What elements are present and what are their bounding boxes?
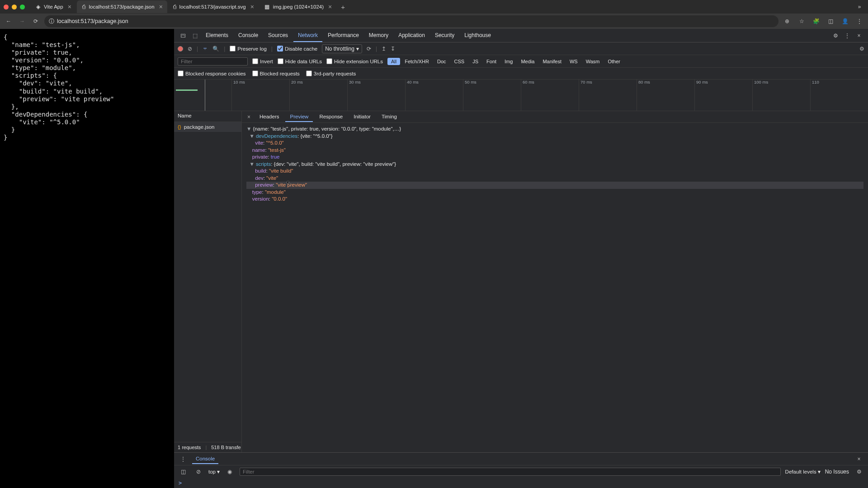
pill-doc[interactable]: Doc [434, 58, 450, 65]
close-icon[interactable]: × [328, 3, 332, 10]
tab-headers[interactable]: Headers [255, 112, 283, 122]
tab-network[interactable]: Network [293, 29, 322, 42]
live-expression-icon[interactable]: ◉ [224, 466, 235, 477]
extensions-icon[interactable]: 🧩 [811, 16, 821, 26]
blocked-requests-checkbox[interactable]: Blocked requests [252, 70, 300, 76]
tab-vite-app[interactable]: ◈ Vite App × [30, 0, 76, 13]
address-bar[interactable]: ⓘ [44, 15, 778, 27]
tab-javascript-svg[interactable]: ⎙ localhost:5173/javascript.svg × [168, 0, 259, 13]
pill-ws[interactable]: WS [566, 58, 581, 65]
pill-js[interactable]: JS [469, 58, 482, 65]
tab-img-jpeg[interactable]: ▦ img.jpeg (1024×1024) × [259, 0, 336, 13]
upload-icon[interactable]: ↥ [382, 46, 386, 52]
filter-icon[interactable]: ⫧ [203, 46, 208, 52]
site-info-icon[interactable]: ⓘ [49, 18, 54, 25]
timeline-overview[interactable]: 10 ms 20 ms 30 ms 40 ms 50 ms 60 ms 70 m… [174, 80, 868, 111]
invert-checkbox[interactable]: Invert [252, 58, 273, 64]
expand-icon[interactable]: » [854, 2, 864, 12]
zoom-icon[interactable]: ⊕ [782, 16, 792, 26]
context-select[interactable]: top ▾ [208, 469, 220, 475]
issues-label[interactable]: No Issues [825, 469, 849, 475]
tab-initiator[interactable]: Initiator [349, 112, 375, 122]
disable-cache-checkbox[interactable]: Disable cache [277, 46, 317, 52]
record-button[interactable] [178, 46, 183, 52]
new-tab-button[interactable]: + [337, 1, 349, 13]
tab-application[interactable]: Application [394, 29, 429, 42]
pill-font[interactable]: Font [483, 58, 500, 65]
clear-console-icon[interactable]: ⊘ [193, 466, 204, 477]
tab-elements[interactable]: Elements [201, 29, 233, 42]
pill-css[interactable]: CSS [451, 58, 468, 65]
file-icon: ⎙ [173, 4, 177, 10]
more-icon[interactable]: ⋮ [842, 30, 853, 41]
menu-icon[interactable]: ⋮ [854, 16, 864, 26]
pill-manifest[interactable]: Manifest [539, 58, 565, 65]
image-icon: ▦ [264, 4, 270, 10]
minimize-window[interactable] [12, 5, 17, 9]
network-conditions-icon[interactable]: ⟳ [367, 46, 371, 52]
inspect-icon[interactable]: ⮹ [178, 30, 189, 41]
name-column-header[interactable]: Name [174, 111, 241, 122]
bookmark-icon[interactable]: ☆ [797, 16, 807, 26]
close-detail-icon[interactable]: × [245, 113, 253, 121]
blocked-cookies-checkbox[interactable]: Blocked response cookies [178, 70, 246, 76]
close-window[interactable] [4, 5, 9, 9]
pill-fetch[interactable]: Fetch/XHR [401, 58, 433, 65]
console-filter-input[interactable] [240, 468, 781, 476]
pill-wasm[interactable]: Wasm [582, 58, 604, 65]
device-icon[interactable]: ⬚ [189, 30, 200, 41]
close-icon[interactable]: × [250, 3, 254, 10]
pill-other[interactable]: Other [604, 58, 624, 65]
tab-lighthouse[interactable]: Lighthouse [460, 29, 495, 42]
hide-data-urls-checkbox[interactable]: Hide data URLs [278, 58, 322, 64]
search-icon[interactable]: 🔍 [212, 46, 219, 52]
file-icon: ⎙ [81, 4, 86, 10]
console-settings-icon[interactable]: ⚙ [854, 466, 864, 477]
tab-package-json[interactable]: ⎙ localhost:5173/package.json × [77, 0, 167, 13]
tab-performance[interactable]: Performance [323, 29, 363, 42]
clear-icon[interactable]: ⊘ [188, 46, 192, 52]
request-row[interactable]: {} package.json [174, 122, 241, 132]
console-prompt[interactable]: > [174, 478, 868, 488]
window-controls [4, 5, 25, 9]
reload-button[interactable]: ⟳ [31, 16, 41, 26]
log-levels-select[interactable]: Default levels ▾ [785, 469, 821, 475]
tab-preview[interactable]: Preview [285, 112, 313, 122]
forward-button[interactable]: → [17, 16, 27, 26]
preview-pane[interactable]: ▼ {name: "test-js", private: true, versi… [242, 123, 868, 452]
settings-icon[interactable]: ⚙ [830, 30, 841, 41]
pill-all[interactable]: All [387, 58, 400, 65]
sidebar-toggle-icon[interactable]: ◫ [178, 466, 189, 477]
network-settings-icon[interactable]: ⚙ [859, 46, 864, 52]
tab-label: img.jpeg (1024×1024) [273, 4, 324, 9]
console-tab[interactable]: Console [192, 454, 218, 464]
tab-timing[interactable]: Timing [377, 112, 401, 122]
tab-response[interactable]: Response [315, 112, 347, 122]
network-toolbar: ⊘ | ⫧ 🔍 | Preserve log | Disable cache N… [174, 42, 868, 55]
tab-memory[interactable]: Memory [364, 29, 393, 42]
close-drawer-icon[interactable]: × [854, 454, 864, 465]
preserve-log-checkbox[interactable]: Preserve log [230, 46, 267, 52]
timeline-marker [205, 80, 205, 111]
drawer-menu-icon[interactable]: ⋮ [178, 454, 189, 465]
sidepanel-icon[interactable]: ◫ [826, 16, 835, 26]
tab-sources[interactable]: Sources [264, 29, 292, 42]
tab-console[interactable]: Console [234, 29, 263, 42]
profile-icon[interactable]: 👤 [840, 16, 850, 26]
back-button[interactable]: ← [4, 16, 14, 26]
close-icon[interactable]: × [159, 3, 163, 10]
url-input[interactable] [57, 18, 774, 24]
close-icon[interactable]: × [68, 3, 71, 10]
filter-input[interactable] [178, 57, 248, 66]
hide-extension-urls-checkbox[interactable]: Hide extension URLs [326, 58, 383, 64]
maximize-window[interactable] [20, 5, 25, 9]
close-devtools-icon[interactable]: × [854, 30, 864, 41]
pill-img[interactable]: Img [501, 58, 516, 65]
tab-security[interactable]: Security [430, 29, 459, 42]
network-filter-bar: Invert Hide data URLs Hide extension URL… [174, 55, 868, 68]
request-list: Name {} package.json 1 requests | 518 B … [174, 111, 242, 452]
pill-media[interactable]: Media [517, 58, 538, 65]
download-icon[interactable]: ↧ [391, 46, 395, 52]
throttling-select[interactable]: No throttling▾ [322, 44, 362, 53]
third-party-checkbox[interactable]: 3rd-party requests [306, 70, 356, 76]
